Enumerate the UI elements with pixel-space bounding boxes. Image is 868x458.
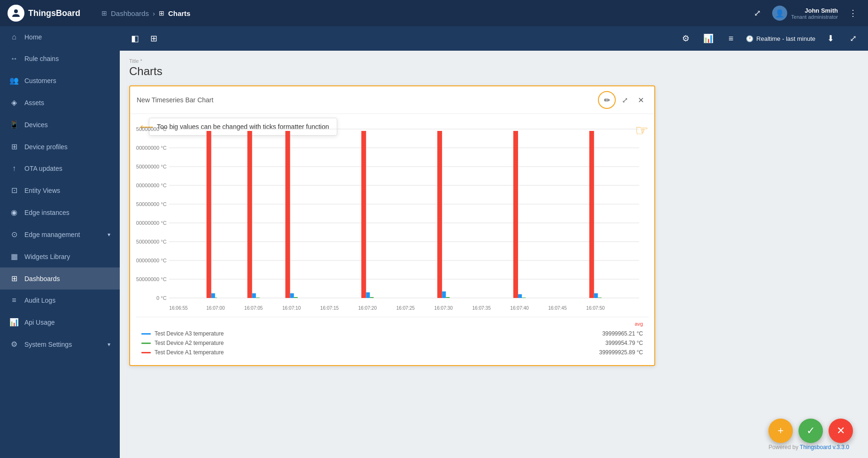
svg-rect-36 — [211, 293, 215, 298]
svg-rect-44 — [366, 292, 370, 298]
footer-text: Powered by — [768, 444, 800, 450]
edit-button[interactable]: ✏ — [598, 91, 616, 109]
toolbar-left: ◧ ⊞ — [127, 31, 161, 46]
widget-header: New Timeseries Bar Chart ✏ ⤢ ✕ — [130, 86, 654, 114]
sidebar-item-ota-updates[interactable]: ↑ OTA updates — [0, 158, 120, 179]
widgets-library-icon: ▦ — [9, 252, 19, 261]
widget-title: New Timeseries Bar Chart — [137, 96, 213, 104]
more-menu-icon[interactable]: ⋮ — [845, 6, 860, 21]
sidebar-item-api-usage[interactable]: 📊 Api Usage — [0, 311, 120, 333]
svg-text:16:07:35: 16:07:35 — [472, 305, 491, 311]
fab-cancel-button[interactable]: ✕ — [829, 419, 853, 443]
user-menu[interactable]: 👤 John Smith Tenant administrator — [772, 6, 838, 21]
customers-icon: 👥 — [9, 76, 19, 85]
resize-icon[interactable]: ⤢ — [618, 93, 632, 107]
footer-link[interactable]: Thingsboard v.3.3.0 — [800, 444, 849, 450]
sidebar-item-widgets-library[interactable]: ▦ Widgets Library — [0, 245, 120, 267]
user-info: John Smith Tenant administrator — [791, 7, 838, 20]
avg-label: avg — [141, 321, 643, 327]
svg-rect-52 — [589, 131, 594, 298]
svg-text:16:06:55: 16:06:55 — [169, 305, 188, 311]
svg-text:16:07:45: 16:07:45 — [548, 305, 567, 311]
filter-icon[interactable]: ≡ — [723, 31, 738, 46]
sidebar-item-edge-instances[interactable]: ◉ Edge instances — [0, 201, 120, 223]
svg-rect-54 — [598, 298, 602, 298]
svg-text:450000000 °C: 450000000 °C — [136, 126, 167, 132]
svg-text:100000000 °C: 100000000 °C — [136, 258, 167, 263]
sidebar-item-label: Rule chains — [24, 55, 110, 62]
breadcrumb-dashboards[interactable]: Dashboards — [111, 9, 149, 17]
svg-rect-43 — [361, 131, 366, 298]
content-area: ◧ ⊞ ⚙ 📊 ≡ 🕐 Realtime - last minute ⬇ ⤢ T… — [120, 26, 868, 458]
svg-rect-46 — [437, 131, 442, 298]
legend-value-a1: 399999925.89 °C — [599, 349, 643, 356]
sidebar-item-customers[interactable]: 👥 Customers — [0, 69, 120, 92]
breadcrumb-current: Charts — [168, 9, 191, 17]
sidebar-item-devices[interactable]: 📱 Devices — [0, 114, 120, 136]
svg-text:16:07:25: 16:07:25 — [396, 305, 415, 311]
rule-chains-icon: ↔ — [9, 54, 19, 63]
sidebar-item-system-settings[interactable]: ⚙ System Settings ▾ — [0, 333, 120, 355]
svg-text:350000000 °C: 350000000 °C — [136, 164, 167, 169]
grid-icon[interactable]: ⊞ — [146, 31, 161, 46]
svg-text:300000000 °C: 300000000 °C — [136, 183, 167, 188]
svg-rect-41 — [290, 293, 294, 298]
clock-icon: 🕐 — [746, 35, 753, 42]
audit-logs-icon: ≡ — [9, 296, 19, 305]
sidebar-item-label: System Settings — [24, 341, 102, 348]
legend-color-a2 — [141, 343, 151, 344]
app-name: ThingsBoard — [28, 8, 80, 18]
chart-icon[interactable]: 📊 — [701, 31, 716, 46]
settings-icon[interactable]: ⚙ — [678, 31, 693, 46]
legend-color-a3 — [141, 333, 151, 335]
svg-rect-37 — [248, 131, 252, 298]
sidebar-item-rule-chains[interactable]: ↔ Rule chains — [0, 48, 120, 69]
svg-rect-45 — [370, 297, 373, 298]
fullscreen-icon[interactable]: ⤢ — [750, 6, 765, 21]
sidebar-item-edge-management[interactable]: ⊙ Edge management ▾ — [0, 223, 120, 245]
user-role: Tenant administrator — [791, 14, 838, 20]
svg-text:16:07:40: 16:07:40 — [510, 305, 529, 311]
svg-rect-35 — [207, 131, 211, 298]
sidebar-item-label: Api Usage — [24, 319, 110, 326]
sidebar-item-entity-views[interactable]: ⊡ Entity Views — [0, 179, 120, 201]
sidebar-item-label: Edge instances — [24, 209, 110, 216]
svg-rect-50 — [518, 294, 522, 298]
dashboards-icon: ⊞ — [9, 274, 19, 283]
sidebar-item-label: Dashboards — [24, 275, 110, 282]
svg-text:16:07:00: 16:07:00 — [206, 305, 225, 311]
sidebar-item-audit-logs[interactable]: ≡ Audit Logs — [0, 290, 120, 311]
svg-text:16:07:50: 16:07:50 — [586, 305, 605, 311]
expand-icon[interactable]: ⤢ — [845, 31, 860, 46]
svg-rect-42 — [294, 297, 298, 298]
sidebar-item-assets[interactable]: ◈ Assets — [0, 92, 120, 114]
sidebar-item-home[interactable]: ⌂ Home — [0, 26, 120, 48]
logo-icon — [8, 5, 24, 22]
widget-actions: ✏ ⤢ ✕ — [598, 91, 648, 109]
svg-text:16:07:30: 16:07:30 — [434, 305, 453, 311]
user-name: John Smith — [791, 7, 838, 14]
sidebar-item-device-profiles[interactable]: ⊞ Device profiles — [0, 136, 120, 158]
fab-confirm-button[interactable]: ✓ — [798, 419, 823, 443]
device-profiles-icon: ⊞ — [9, 142, 19, 151]
chart-area: 450000000 °C 400000000 °C 350000000 °C 3… — [136, 120, 649, 317]
page-content: Title * Charts New Timeseries Bar Chart … — [120, 51, 868, 458]
svg-rect-47 — [442, 291, 446, 298]
svg-text:0 °C: 0 °C — [156, 295, 167, 301]
app-logo[interactable]: ThingsBoard — [8, 5, 101, 22]
legend-label-a1: Test Device A1 temperature — [155, 349, 224, 356]
download-icon[interactable]: ⬇ — [823, 31, 838, 46]
realtime-button[interactable]: 🕐 Realtime - last minute — [746, 35, 815, 42]
svg-rect-51 — [522, 298, 526, 298]
fab-add-button[interactable]: + — [768, 419, 793, 443]
layers-icon[interactable]: ◧ — [127, 31, 142, 46]
svg-text:400000000 °C: 400000000 °C — [136, 145, 167, 151]
sidebar-item-label: Widgets Library — [24, 253, 110, 260]
svg-text:16:07:10: 16:07:10 — [282, 305, 301, 311]
breadcrumb-separator: › — [153, 9, 155, 17]
sidebar-item-dashboards[interactable]: ⊞ Dashboards — [0, 267, 120, 290]
close-icon[interactable]: ✕ — [634, 93, 648, 107]
svg-rect-38 — [252, 293, 256, 298]
toolbar-right: ⚙ 📊 ≡ 🕐 Realtime - last minute ⬇ ⤢ — [678, 31, 860, 46]
home-icon: ⌂ — [9, 33, 19, 41]
